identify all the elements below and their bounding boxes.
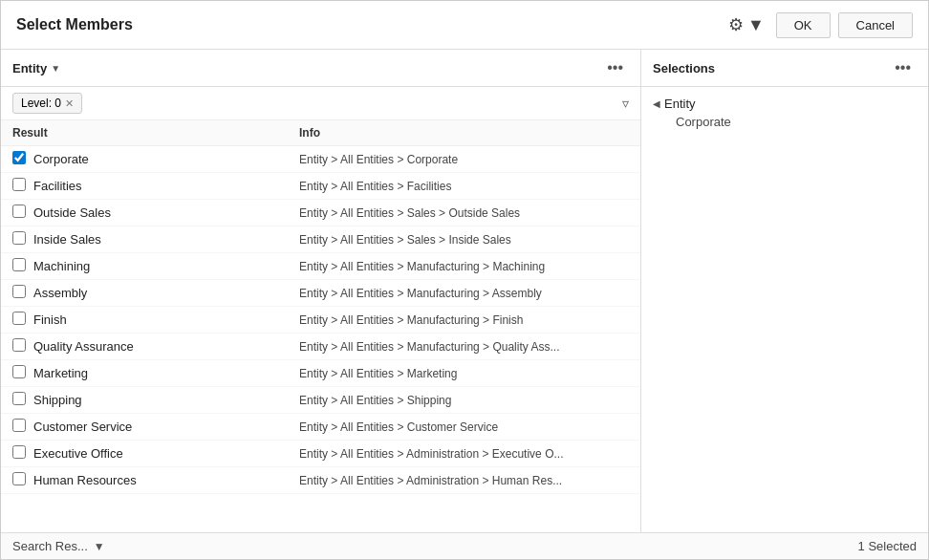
item-name: Assembly [33, 286, 299, 300]
list-item[interactable]: FinishEntity > All Entities > Manufactur… [1, 307, 640, 334]
entity-dropdown[interactable]: Entity ▼ [12, 61, 60, 75]
list-item[interactable]: MarketingEntity > All Entities > Marketi… [1, 360, 640, 387]
checkbox-cell [12, 392, 33, 408]
checkbox-assembly[interactable] [12, 285, 26, 298]
item-info: Entity > All Entities > Corporate [299, 153, 629, 166]
filter-row: Level: 0 ✕ ▿ [1, 87, 640, 120]
checkbox-cell [12, 151, 33, 167]
tree-root-label: Entity [664, 97, 696, 111]
selections-label: Selections [653, 61, 715, 75]
search-dropdown-icon[interactable]: ▼ [94, 540, 105, 553]
tree-root-item: ◀ Entity [653, 95, 917, 113]
members-list[interactable]: CorporateEntity > All Entities > Corpora… [1, 146, 640, 532]
item-info: Entity > All Entities > Shipping [299, 394, 629, 407]
selections-more-icon: ••• [895, 59, 911, 75]
dialog-title: Select Members [16, 16, 133, 33]
info-column-header: Info [299, 126, 629, 140]
item-info: Entity > All Entities > Manufacturing > … [299, 340, 629, 354]
item-info: Entity > All Entities > Manufacturing > … [299, 313, 629, 327]
checkbox-cell [12, 285, 33, 301]
checkbox-corporate[interactable] [12, 151, 26, 164]
dialog-footer: Search Res... ▼ 1 Selected [1, 532, 928, 559]
checkbox-cell [12, 365, 33, 381]
checkbox-cell [12, 178, 33, 194]
list-item[interactable]: FacilitiesEntity > All Entities > Facili… [1, 173, 640, 200]
item-info: Entity > All Entities > Manufacturing > … [299, 260, 629, 273]
chevron-down-icon: ▼ [747, 15, 765, 35]
select-members-dialog: Select Members ⚙ ▼ OK Cancel Entity ▼ ••… [0, 0, 929, 560]
column-headers: Result Info [1, 120, 640, 146]
list-item[interactable]: MachiningEntity > All Entities > Manufac… [1, 253, 640, 280]
more-icon: ••• [607, 59, 623, 75]
item-info: Entity > All Entities > Sales > Inside S… [299, 233, 629, 247]
checkbox-cell [12, 472, 33, 488]
item-name: Marketing [33, 366, 299, 380]
cancel-button[interactable]: Cancel [838, 12, 913, 38]
checkbox-facilities[interactable] [12, 178, 26, 191]
result-column-header: Result [12, 126, 299, 140]
list-item[interactable]: Inside SalesEntity > All Entities > Sale… [1, 226, 640, 253]
gear-icon: ⚙ [728, 14, 744, 35]
item-name: Machining [33, 259, 299, 273]
item-name: Quality Assurance [33, 339, 299, 354]
item-name: Human Resources [33, 473, 299, 487]
list-item[interactable]: AssemblyEntity > All Entities > Manufact… [1, 280, 640, 307]
item-info: Entity > All Entities > Administration >… [299, 447, 629, 461]
left-panel-header: Entity ▼ ••• [1, 50, 640, 87]
checkbox-shipping[interactable] [12, 392, 26, 405]
checkbox-executive-office[interactable] [12, 445, 26, 459]
tree-collapse-icon[interactable]: ◀ [653, 98, 660, 109]
item-name: Customer Service [33, 420, 299, 434]
left-panel-more-button[interactable]: ••• [601, 57, 629, 78]
checkbox-inside-sales[interactable] [12, 231, 26, 245]
item-info: Entity > All Entities > Administration >… [299, 474, 629, 487]
checkbox-marketing[interactable] [12, 365, 26, 378]
entity-chevron-icon: ▼ [51, 63, 60, 74]
checkbox-outside-sales[interactable] [12, 205, 26, 218]
list-item[interactable]: Outside SalesEntity > All Entities > Sal… [1, 200, 640, 226]
search-area: Search Res... ▼ [12, 539, 105, 553]
item-info: Entity > All Entities > Sales > Outside … [299, 206, 629, 220]
right-panel: Selections ••• ◀ Entity Corporate [641, 50, 928, 532]
dialog-header: Select Members ⚙ ▼ OK Cancel [1, 1, 928, 50]
tree-child-item: Corporate [676, 113, 917, 131]
selections-tree: ◀ Entity Corporate [641, 87, 928, 532]
checkbox-quality-assurance[interactable] [12, 338, 26, 352]
entity-label: Entity [12, 61, 47, 75]
header-actions: ⚙ ▼ OK Cancel [724, 11, 913, 39]
checkbox-machining[interactable] [12, 258, 26, 271]
checkbox-cell [12, 338, 33, 355]
item-info: Entity > All Entities > Facilities [299, 180, 629, 193]
ok-button[interactable]: OK [776, 12, 831, 38]
selections-header: Selections ••• [641, 50, 928, 87]
checkbox-cell [12, 445, 33, 462]
level-filter-label: Level: 0 [21, 97, 61, 110]
checkbox-cell [12, 312, 33, 328]
item-info: Entity > All Entities > Manufacturing > … [299, 287, 629, 300]
item-info: Entity > All Entities > Marketing [299, 367, 629, 380]
selections-more-button[interactable]: ••• [889, 57, 917, 78]
list-item[interactable]: Customer ServiceEntity > All Entities > … [1, 414, 640, 441]
selected-count-label: 1 Selected [858, 539, 917, 553]
tree-child-label: Corporate [676, 115, 731, 129]
checkbox-customer-service[interactable] [12, 419, 26, 432]
checkbox-finish[interactable] [12, 312, 26, 325]
list-item[interactable]: Human ResourcesEntity > All Entities > A… [1, 467, 640, 494]
checkbox-human-resources[interactable] [12, 472, 26, 485]
list-item[interactable]: Quality AssuranceEntity > All Entities >… [1, 334, 640, 360]
filter-icon[interactable]: ▿ [622, 96, 629, 111]
search-label: Search Res... [12, 539, 88, 553]
item-info: Entity > All Entities > Customer Service [299, 420, 629, 434]
item-name: Outside Sales [33, 205, 299, 220]
list-item[interactable]: Executive OfficeEntity > All Entities > … [1, 441, 640, 467]
item-name: Finish [33, 312, 299, 327]
checkbox-cell [12, 419, 33, 435]
gear-button[interactable]: ⚙ ▼ [724, 11, 768, 39]
list-item[interactable]: ShippingEntity > All Entities > Shipping [1, 387, 640, 414]
list-item[interactable]: CorporateEntity > All Entities > Corpora… [1, 146, 640, 173]
item-name: Executive Office [33, 446, 299, 461]
item-name: Inside Sales [33, 232, 299, 247]
checkbox-cell [12, 205, 33, 221]
filter-tag-close-icon[interactable]: ✕ [65, 97, 74, 110]
item-name: Facilities [33, 179, 299, 193]
